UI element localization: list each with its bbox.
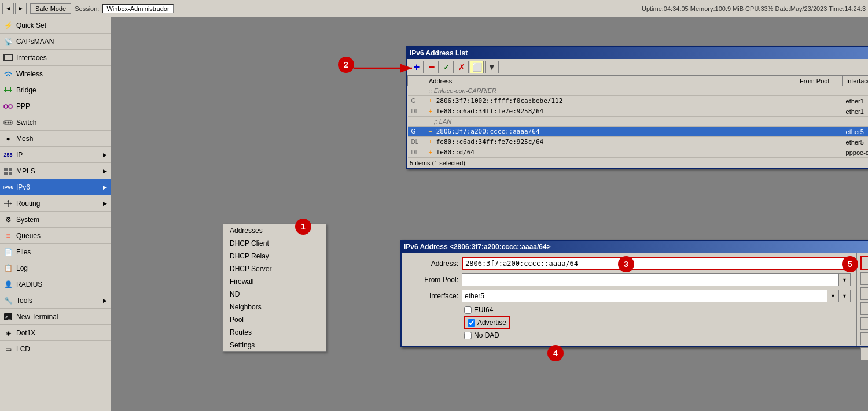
ipv6-list-title: IPv6 Address List bbox=[410, 49, 468, 57]
advertise-label: Advertise bbox=[477, 319, 506, 327]
sidebar-item-mesh[interactable]: ● Mesh bbox=[0, 131, 111, 147]
submenu-item-neighbors[interactable]: Neighbors bbox=[223, 301, 326, 313]
table-row[interactable]: DL + fe80::d/64 pppoe-out1 no bbox=[408, 147, 869, 158]
sidebar-item-tools[interactable]: 🔧 Tools ▶ bbox=[0, 292, 111, 309]
col-from-pool[interactable]: From Pool bbox=[796, 76, 843, 86]
submenu-item-routes[interactable]: Routes bbox=[223, 326, 326, 339]
submenu-item-firewall[interactable]: Firewall bbox=[223, 275, 326, 288]
from-pool-select[interactable]: ▼ bbox=[462, 273, 851, 286]
sidebar-item-ip[interactable]: 255 IP ▶ bbox=[0, 147, 111, 163]
col-address[interactable]: Address bbox=[425, 76, 796, 86]
ipv6-edit-titlebar[interactable]: IPv6 Address <2806:3f7:a200:cccc::aaaa/6… bbox=[402, 241, 868, 253]
interface-dropdown-arrow[interactable]: ▼ bbox=[827, 290, 838, 302]
ok-button[interactable]: OK bbox=[860, 256, 868, 270]
svg-rect-4 bbox=[10, 87, 11, 92]
switch-icon bbox=[3, 118, 13, 127]
submenu-item-nd[interactable]: ND bbox=[223, 288, 326, 301]
sidebar-item-label: Queues bbox=[16, 232, 107, 240]
sidebar-item-label: Quick Set bbox=[16, 21, 107, 29]
submenu-item-dhcp-server[interactable]: DHCP Server bbox=[223, 262, 326, 275]
sidebar-item-ppp[interactable]: PPP bbox=[0, 98, 111, 114]
sidebar-item-radius[interactable]: 👤 RADIUS bbox=[0, 276, 111, 292]
sidebar-item-bridge[interactable]: Bridge bbox=[0, 82, 111, 98]
disable-address-button[interactable]: ✗ bbox=[455, 61, 469, 73]
filter-button[interactable]: ▼ bbox=[485, 61, 499, 73]
submenu-item-dhcp-relay[interactable]: DHCP Relay bbox=[223, 250, 326, 262]
interface-dropdown-arrow2[interactable]: ▼ bbox=[838, 290, 850, 302]
submenu-item-dhcp-client[interactable]: DHCP Client bbox=[223, 237, 326, 250]
badge-3: 3 bbox=[618, 256, 634, 272]
no-dad-checkbox[interactable] bbox=[464, 332, 472, 339]
from-pool-dropdown-arrow[interactable]: ▼ bbox=[838, 274, 850, 286]
table-row[interactable]: DL + fe80::c6ad:34ff:fe7e:9258/64 ether1… bbox=[408, 106, 869, 117]
ipv6-list-titlebar[interactable]: IPv6 Address List _ □ ✕ bbox=[407, 47, 868, 59]
session-value: Winbox-Administrador bbox=[102, 4, 173, 13]
interface-value: ether5 bbox=[462, 291, 827, 301]
address-input[interactable] bbox=[462, 257, 851, 270]
interface-cell: ether5 bbox=[843, 127, 868, 137]
sidebar-item-label: Interfaces bbox=[16, 54, 107, 62]
sidebar-item-label: PPP bbox=[16, 102, 107, 110]
sidebar-item-queues[interactable]: ≡ Queues bbox=[0, 228, 111, 244]
table-row[interactable]: ;; Enlace-con-CARRIER bbox=[408, 86, 869, 96]
submenu-item-settings[interactable]: Settings bbox=[223, 339, 326, 351]
remove-address-button[interactable]: − bbox=[425, 61, 439, 73]
address-label: Address: bbox=[406, 260, 458, 268]
remove-button[interactable]: Remove bbox=[860, 347, 868, 360]
copy-address-button[interactable]: ⬜ bbox=[470, 61, 484, 73]
sidebar-item-switch[interactable]: Switch bbox=[0, 114, 111, 131]
safe-mode-button[interactable]: Safe Mode bbox=[30, 3, 71, 14]
nav-forward-button[interactable]: ► bbox=[15, 3, 27, 14]
interface-select[interactable]: ether5 ▼ ▼ bbox=[462, 290, 851, 302]
sidebar-item-ipv6[interactable]: IPv6 IPv6 ▶ bbox=[0, 179, 111, 195]
sidebar-item-label: Switch bbox=[16, 119, 107, 127]
cancel-button[interactable]: Cancel bbox=[860, 272, 868, 285]
svg-rect-15 bbox=[9, 172, 12, 175]
badge-5: 5 bbox=[842, 256, 858, 272]
ipv6-submenu: Addresses DHCP Client DHCP Relay DHCP Se… bbox=[222, 224, 326, 352]
comment-cell: ;; Enlace-con-CARRIER bbox=[425, 86, 869, 96]
sidebar-item-capsman[interactable]: 📡 CAPsMAAN bbox=[0, 34, 111, 50]
nav-back-button[interactable]: ◄ bbox=[2, 3, 14, 14]
svg-marker-17 bbox=[10, 202, 12, 205]
col-interface[interactable]: Interface bbox=[843, 76, 868, 86]
from-pool-row: From Pool: ▼ bbox=[406, 273, 851, 286]
sidebar-item-dot1x[interactable]: ◈ Dot1X bbox=[0, 325, 111, 341]
sidebar-item-label: CAPsMAAN bbox=[16, 38, 107, 46]
sidebar-item-routing[interactable]: Routing ▶ bbox=[0, 195, 111, 212]
disable-button[interactable]: Disable bbox=[860, 302, 868, 315]
sidebar-item-log[interactable]: 📋 Log bbox=[0, 260, 111, 276]
copy-button[interactable]: Copy bbox=[860, 332, 868, 345]
apply-button[interactable]: Apply bbox=[860, 287, 868, 300]
queues-icon: ≡ bbox=[3, 231, 13, 240]
sidebar-item-lcd[interactable]: ▭ LCD bbox=[0, 341, 111, 357]
sidebar-item-label: Tools bbox=[16, 297, 100, 305]
advertise-row: Advertise bbox=[464, 316, 510, 329]
add-address-button[interactable]: + bbox=[410, 61, 424, 73]
col-flag[interactable] bbox=[408, 76, 425, 86]
sidebar-item-new-terminal[interactable]: >_ New Terminal bbox=[0, 309, 111, 325]
sidebar-item-wireless[interactable]: Wireless bbox=[0, 66, 111, 82]
eui64-checkbox[interactable] bbox=[464, 306, 472, 314]
log-icon: 📋 bbox=[3, 264, 13, 273]
sidebar-item-quick-set[interactable]: ⚡ Quick Set bbox=[0, 17, 111, 34]
advertise-checkbox[interactable] bbox=[468, 319, 475, 327]
ipv6-list-scroll[interactable]: Address From Pool Interface / Advertise … bbox=[407, 76, 868, 158]
sidebar-item-files[interactable]: 📄 Files bbox=[0, 244, 111, 260]
sidebar-item-system[interactable]: ⚙ System bbox=[0, 212, 111, 228]
table-row[interactable]: G − 2806:3f7:a200:cccc::aaaa/64 ether5 y… bbox=[408, 127, 869, 137]
interface-cell: pppoe-out1 bbox=[843, 147, 868, 158]
sidebar-item-mpls[interactable]: MPLS ▶ bbox=[0, 163, 111, 179]
table-row[interactable]: DL + fe80::c6ad:34ff:fe7e:925c/64 ether5… bbox=[408, 137, 869, 147]
svg-rect-12 bbox=[4, 168, 8, 171]
submenu-item-pool[interactable]: Pool bbox=[223, 313, 326, 326]
ipv6-edit-window: IPv6 Address <2806:3f7:a200:cccc::aaaa/6… bbox=[400, 240, 868, 347]
comment-button[interactable]: Comment bbox=[860, 317, 868, 330]
enable-address-button[interactable]: ✓ bbox=[440, 61, 454, 73]
table-row[interactable]: ;; LAN bbox=[408, 117, 869, 127]
sidebar-item-label: Mesh bbox=[16, 135, 107, 143]
sidebar: ⚡ Quick Set 📡 CAPsMAAN Interfaces Wirele… bbox=[0, 17, 111, 411]
table-row[interactable]: G + 2806:3f7:1002::ffff:f0ca:bebe/112 et… bbox=[408, 96, 869, 106]
sidebar-item-interfaces[interactable]: Interfaces bbox=[0, 50, 111, 66]
system-icon: ⚙ bbox=[3, 215, 13, 224]
